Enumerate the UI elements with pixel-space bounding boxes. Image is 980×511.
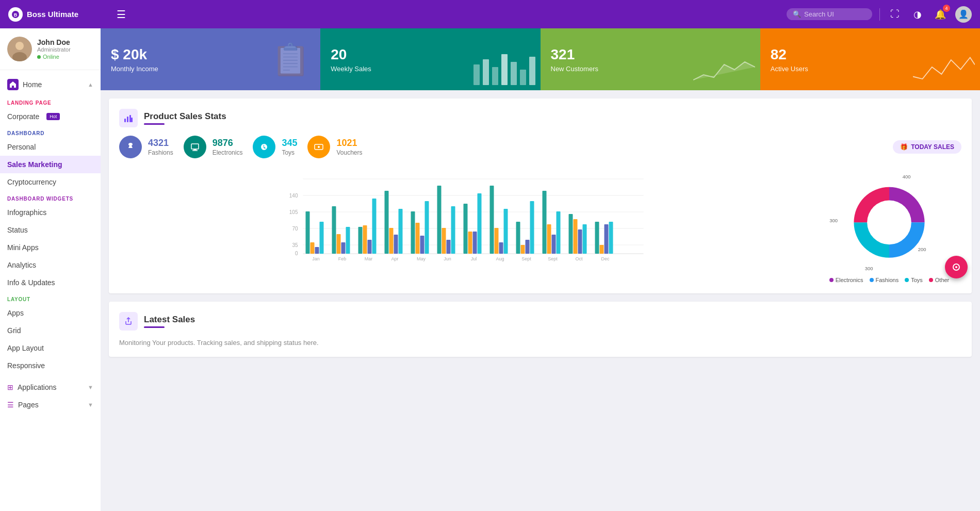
notifications-button[interactable]: 🔔 4	[933, 7, 948, 22]
nav-divider	[879, 8, 880, 21]
corporate-label: Corporate	[7, 112, 39, 121]
svg-rect-47	[385, 191, 389, 254]
fashions-legend-label: Fashions	[876, 277, 899, 283]
sidebar-item-info-updates[interactable]: Info & Updates	[0, 274, 101, 291]
svg-rect-80	[557, 211, 561, 254]
svg-rect-64	[473, 232, 477, 254]
search-input[interactable]	[804, 10, 866, 18]
latest-sales-desc: Monitoring Your products. Tracking sales…	[119, 339, 961, 347]
sidebar-item-status[interactable]: Status	[0, 221, 101, 239]
sidebar-item-corporate[interactable]: Corporate Hot	[0, 108, 101, 125]
svg-text:200: 200	[918, 246, 926, 252]
svg-rect-75	[530, 201, 534, 254]
sidebar-item-responsive[interactable]: Responsive	[0, 357, 101, 374]
svg-rect-57	[437, 186, 442, 254]
sales-mini-chart	[473, 34, 535, 85]
svg-rect-58	[442, 228, 446, 254]
sidebar-item-mini-apps[interactable]: Mini Apps	[0, 239, 101, 256]
vouchers-desc: Vouchers	[336, 149, 362, 156]
svg-text:300: 300	[865, 266, 873, 271]
svg-text:Feb: Feb	[338, 256, 347, 261]
brand: B Boss Ultimate	[8, 7, 111, 22]
sidebar-item-applications[interactable]: ⊞ Applications ▼	[0, 378, 101, 396]
svg-rect-65	[478, 193, 482, 254]
svg-rect-15	[131, 118, 133, 122]
cryptocurrency-label: Cryptocurrency	[7, 178, 56, 186]
responsive-label: Responsive	[7, 361, 45, 370]
latest-sales-underline	[144, 326, 165, 328]
svg-rect-48	[389, 228, 394, 254]
svg-rect-68	[495, 228, 499, 254]
stat-fashions: 4321 Fashions	[119, 136, 173, 158]
fab-button[interactable]	[945, 256, 968, 278]
theme-toggle-button[interactable]: ◑	[910, 7, 925, 22]
stat-vouchers: 1021 Vouchers	[307, 136, 362, 158]
vouchers-num: 1021	[336, 138, 362, 149]
sidebar-item-infographics[interactable]: Infographics	[0, 204, 101, 221]
electronics-num: 9876	[213, 138, 243, 149]
latest-sales-card: Latest Sales Monitoring Your products. T…	[109, 302, 972, 357]
svg-point-96	[867, 200, 911, 244]
grid-label: Grid	[7, 326, 21, 335]
dashboard-section-label: DASHBOARD	[0, 125, 101, 138]
product-sales-title: Product Sales Stats	[144, 111, 226, 122]
svg-rect-90	[609, 222, 613, 254]
sidebar-item-personal[interactable]: Personal	[0, 138, 101, 156]
sidebar-item-apps[interactable]: Apps	[0, 304, 101, 322]
svg-text:Dec: Dec	[601, 256, 610, 261]
brand-icon: B	[8, 7, 23, 22]
user-role: Administrator	[37, 46, 71, 53]
sidebar-item-grid[interactable]: Grid	[0, 322, 101, 339]
search-icon: 🔍	[793, 10, 801, 18]
svg-text:105: 105	[289, 209, 298, 215]
svg-rect-42	[358, 227, 363, 254]
svg-rect-11	[529, 57, 535, 85]
hamburger-button[interactable]: ☰	[111, 6, 131, 23]
svg-rect-43	[363, 225, 367, 254]
sidebar-item-pages[interactable]: ☰ Pages ▼	[0, 396, 101, 414]
today-sales-label: TODAY SALES	[911, 143, 954, 151]
svg-rect-44	[368, 240, 372, 254]
svg-text:300: 300	[829, 218, 838, 223]
svg-rect-40	[346, 227, 350, 254]
toys-num: 345	[282, 138, 297, 149]
svg-rect-63	[468, 232, 472, 254]
svg-rect-55	[425, 201, 429, 254]
svg-rect-35	[320, 222, 324, 254]
svg-rect-50	[399, 209, 403, 254]
svg-text:140: 140	[289, 193, 298, 199]
latest-sales-title: Latest Sales	[144, 315, 195, 325]
sidebar-item-cryptocurrency[interactable]: Cryptocurrency	[0, 173, 101, 191]
fashions-stat: 4321 Fashions	[148, 138, 173, 156]
widgets-section-label: DASHBOARD WIDGETS	[0, 191, 101, 204]
sidebar-item-sales-marketing[interactable]: Sales Marketing	[0, 156, 101, 173]
svg-rect-52	[411, 211, 415, 254]
customers-mini-chart	[693, 34, 755, 85]
sidebar-item-app-layout[interactable]: App Layout	[0, 339, 101, 357]
sidebar-item-analytics[interactable]: Analytics	[0, 256, 101, 274]
today-sales-button[interactable]: 🎁 TODAY SALES	[893, 140, 961, 154]
info-updates-label: Info & Updates	[7, 278, 55, 287]
legend-fashions: Fashions	[870, 277, 899, 283]
svg-text:Sept: Sept	[521, 256, 531, 261]
svg-rect-5	[473, 64, 480, 85]
sidebar-item-home[interactable]: Home ▲	[0, 74, 101, 95]
fullscreen-button[interactable]: ⛶	[887, 7, 903, 22]
product-sales-card: Product Sales Stats 4321 Fashions	[109, 98, 972, 293]
svg-rect-37	[332, 206, 336, 254]
user-avatar[interactable]: 👤	[955, 6, 972, 23]
svg-rect-72	[516, 222, 520, 254]
svg-text:Jul: Jul	[471, 256, 477, 261]
svg-rect-8	[501, 54, 508, 85]
svg-rect-39	[341, 242, 346, 254]
electronics-dot	[829, 278, 834, 282]
svg-rect-73	[521, 245, 525, 254]
main-content: $ 20k Monthly Income 📋 20 Weekly Sales	[101, 28, 980, 511]
chevron-down-icon: ▼	[88, 384, 93, 390]
svg-rect-59	[447, 240, 451, 254]
svg-text:Apr: Apr	[391, 256, 398, 261]
home-label: Home	[23, 80, 42, 89]
svg-point-99	[955, 266, 957, 268]
brand-name: Boss Ultimate	[27, 10, 78, 19]
svg-rect-34	[315, 247, 319, 254]
